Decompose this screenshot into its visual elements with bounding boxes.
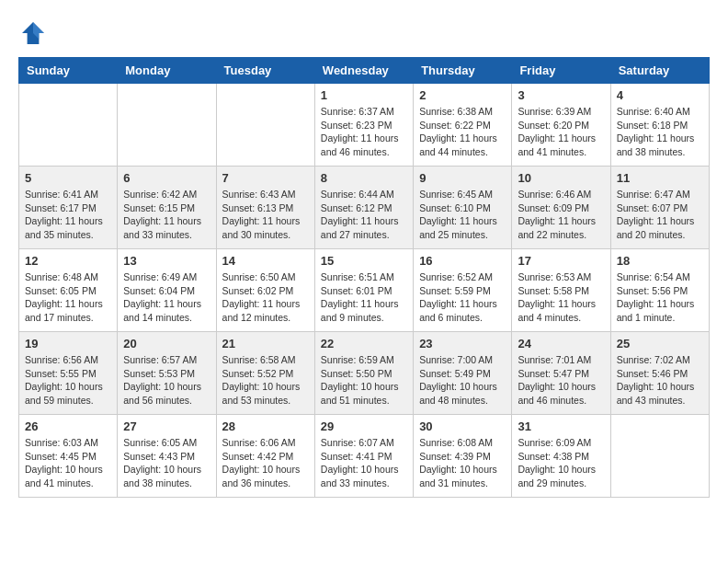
weekday-header: Saturday <box>610 58 709 84</box>
cell-info: Sunrise: 7:00 AM Sunset: 5:49 PM Dayligh… <box>419 353 506 408</box>
weekday-header: Tuesday <box>216 58 314 84</box>
day-number: 25 <box>617 337 703 350</box>
calendar-cell <box>610 415 709 498</box>
day-number: 3 <box>518 88 604 102</box>
calendar-cell: 6Sunrise: 6:42 AM Sunset: 6:15 PM Daylig… <box>118 167 216 249</box>
logo-icon <box>18 18 48 48</box>
cell-info: Sunrise: 6:47 AM Sunset: 6:07 PM Dayligh… <box>617 188 703 242</box>
cell-info: Sunrise: 6:52 AM Sunset: 5:59 PM Dayligh… <box>419 270 506 325</box>
calendar-week-row: 26Sunrise: 6:03 AM Sunset: 4:45 PM Dayli… <box>19 415 710 498</box>
cell-info: Sunrise: 6:41 AM Sunset: 6:17 PM Dayligh… <box>25 188 111 242</box>
day-number: 6 <box>123 171 210 185</box>
day-number: 15 <box>321 254 407 268</box>
day-number: 22 <box>321 337 407 350</box>
day-number: 27 <box>123 419 210 433</box>
day-number: 23 <box>419 337 506 350</box>
cell-info: Sunrise: 6:38 AM Sunset: 6:22 PM Dayligh… <box>419 105 506 159</box>
calendar-cell: 17Sunrise: 6:53 AM Sunset: 5:58 PM Dayli… <box>512 249 610 332</box>
day-number: 4 <box>617 88 703 102</box>
calendar-week-row: 12Sunrise: 6:48 AM Sunset: 6:05 PM Dayli… <box>19 249 710 332</box>
cell-info: Sunrise: 6:45 AM Sunset: 6:10 PM Dayligh… <box>419 188 506 242</box>
calendar-cell: 24Sunrise: 7:01 AM Sunset: 5:47 PM Dayli… <box>512 332 610 415</box>
day-number: 2 <box>419 88 506 102</box>
cell-info: Sunrise: 6:09 AM Sunset: 4:38 PM Dayligh… <box>518 436 604 490</box>
cell-info: Sunrise: 6:56 AM Sunset: 5:55 PM Dayligh… <box>25 353 111 408</box>
day-number: 31 <box>518 419 604 433</box>
day-number: 16 <box>419 254 506 268</box>
logo <box>18 18 53 48</box>
calendar-cell: 28Sunrise: 6:06 AM Sunset: 4:42 PM Dayli… <box>216 415 314 498</box>
calendar-cell: 8Sunrise: 6:44 AM Sunset: 6:12 PM Daylig… <box>314 167 413 249</box>
cell-info: Sunrise: 6:58 AM Sunset: 5:52 PM Dayligh… <box>222 353 309 408</box>
day-number: 29 <box>321 419 407 433</box>
day-number: 5 <box>25 171 111 185</box>
cell-info: Sunrise: 6:51 AM Sunset: 6:01 PM Dayligh… <box>321 270 407 325</box>
day-number: 21 <box>222 337 309 350</box>
day-number: 14 <box>222 254 309 268</box>
day-number: 30 <box>419 419 506 433</box>
day-number: 13 <box>123 254 210 268</box>
calendar-table: SundayMondayTuesdayWednesdayThursdayFrid… <box>18 57 710 498</box>
calendar-week-row: 5Sunrise: 6:41 AM Sunset: 6:17 PM Daylig… <box>19 167 710 249</box>
calendar-cell: 5Sunrise: 6:41 AM Sunset: 6:17 PM Daylig… <box>19 167 118 249</box>
cell-info: Sunrise: 6:06 AM Sunset: 4:42 PM Dayligh… <box>222 436 309 490</box>
calendar-cell: 13Sunrise: 6:49 AM Sunset: 6:04 PM Dayli… <box>118 249 216 332</box>
calendar-cell: 26Sunrise: 6:03 AM Sunset: 4:45 PM Dayli… <box>19 415 118 498</box>
day-number: 28 <box>222 419 309 433</box>
weekday-header: Wednesday <box>314 58 413 84</box>
cell-info: Sunrise: 6:42 AM Sunset: 6:15 PM Dayligh… <box>123 188 210 242</box>
cell-info: Sunrise: 6:49 AM Sunset: 6:04 PM Dayligh… <box>123 270 210 325</box>
cell-info: Sunrise: 6:43 AM Sunset: 6:13 PM Dayligh… <box>222 188 309 242</box>
calendar-cell <box>216 84 314 167</box>
calendar-week-row: 19Sunrise: 6:56 AM Sunset: 5:55 PM Dayli… <box>19 332 710 415</box>
calendar-cell: 27Sunrise: 6:05 AM Sunset: 4:43 PM Dayli… <box>118 415 216 498</box>
day-number: 8 <box>321 171 407 185</box>
cell-info: Sunrise: 7:01 AM Sunset: 5:47 PM Dayligh… <box>518 353 604 408</box>
cell-info: Sunrise: 6:57 AM Sunset: 5:53 PM Dayligh… <box>123 353 210 408</box>
day-number: 26 <box>25 419 111 433</box>
cell-info: Sunrise: 6:07 AM Sunset: 4:41 PM Dayligh… <box>321 436 407 490</box>
calendar-cell: 9Sunrise: 6:45 AM Sunset: 6:10 PM Daylig… <box>414 167 512 249</box>
calendar-cell: 10Sunrise: 6:46 AM Sunset: 6:09 PM Dayli… <box>512 167 610 249</box>
day-number: 7 <box>222 171 309 185</box>
calendar-cell: 15Sunrise: 6:51 AM Sunset: 6:01 PM Dayli… <box>314 249 413 332</box>
weekday-header: Monday <box>118 58 216 84</box>
calendar-cell: 16Sunrise: 6:52 AM Sunset: 5:59 PM Dayli… <box>414 249 512 332</box>
cell-info: Sunrise: 6:03 AM Sunset: 4:45 PM Dayligh… <box>25 436 111 490</box>
calendar-cell: 14Sunrise: 6:50 AM Sunset: 6:02 PM Dayli… <box>216 249 314 332</box>
calendar-cell: 3Sunrise: 6:39 AM Sunset: 6:20 PM Daylig… <box>512 84 610 167</box>
calendar-cell: 18Sunrise: 6:54 AM Sunset: 5:56 PM Dayli… <box>610 249 709 332</box>
cell-info: Sunrise: 6:44 AM Sunset: 6:12 PM Dayligh… <box>321 188 407 242</box>
calendar-week-row: 1Sunrise: 6:37 AM Sunset: 6:23 PM Daylig… <box>19 84 710 167</box>
cell-info: Sunrise: 6:53 AM Sunset: 5:58 PM Dayligh… <box>518 270 604 325</box>
cell-info: Sunrise: 6:05 AM Sunset: 4:43 PM Dayligh… <box>123 436 210 490</box>
day-number: 1 <box>321 88 407 102</box>
calendar-cell: 22Sunrise: 6:59 AM Sunset: 5:50 PM Dayli… <box>314 332 413 415</box>
calendar-cell: 11Sunrise: 6:47 AM Sunset: 6:07 PM Dayli… <box>610 167 709 249</box>
calendar-cell: 30Sunrise: 6:08 AM Sunset: 4:39 PM Dayli… <box>414 415 512 498</box>
cell-info: Sunrise: 7:02 AM Sunset: 5:46 PM Dayligh… <box>617 353 703 408</box>
calendar-cell: 7Sunrise: 6:43 AM Sunset: 6:13 PM Daylig… <box>216 167 314 249</box>
calendar-cell: 25Sunrise: 7:02 AM Sunset: 5:46 PM Dayli… <box>610 332 709 415</box>
day-number: 11 <box>617 171 703 185</box>
cell-info: Sunrise: 6:40 AM Sunset: 6:18 PM Dayligh… <box>617 105 703 159</box>
cell-info: Sunrise: 6:39 AM Sunset: 6:20 PM Dayligh… <box>518 105 604 159</box>
calendar-cell: 1Sunrise: 6:37 AM Sunset: 6:23 PM Daylig… <box>314 84 413 167</box>
calendar-header-row: SundayMondayTuesdayWednesdayThursdayFrid… <box>19 58 710 84</box>
weekday-header: Friday <box>512 58 610 84</box>
page-header <box>18 18 710 48</box>
day-number: 18 <box>617 254 703 268</box>
calendar-cell: 2Sunrise: 6:38 AM Sunset: 6:22 PM Daylig… <box>414 84 512 167</box>
day-number: 17 <box>518 254 604 268</box>
cell-info: Sunrise: 6:48 AM Sunset: 6:05 PM Dayligh… <box>25 270 111 325</box>
day-number: 10 <box>518 171 604 185</box>
weekday-header: Thursday <box>414 58 512 84</box>
weekday-header: Sunday <box>19 58 118 84</box>
calendar-cell <box>118 84 216 167</box>
calendar-cell: 29Sunrise: 6:07 AM Sunset: 4:41 PM Dayli… <box>314 415 413 498</box>
day-number: 20 <box>123 337 210 350</box>
cell-info: Sunrise: 6:54 AM Sunset: 5:56 PM Dayligh… <box>617 270 703 325</box>
day-number: 19 <box>25 337 111 350</box>
day-number: 9 <box>419 171 506 185</box>
day-number: 12 <box>25 254 111 268</box>
